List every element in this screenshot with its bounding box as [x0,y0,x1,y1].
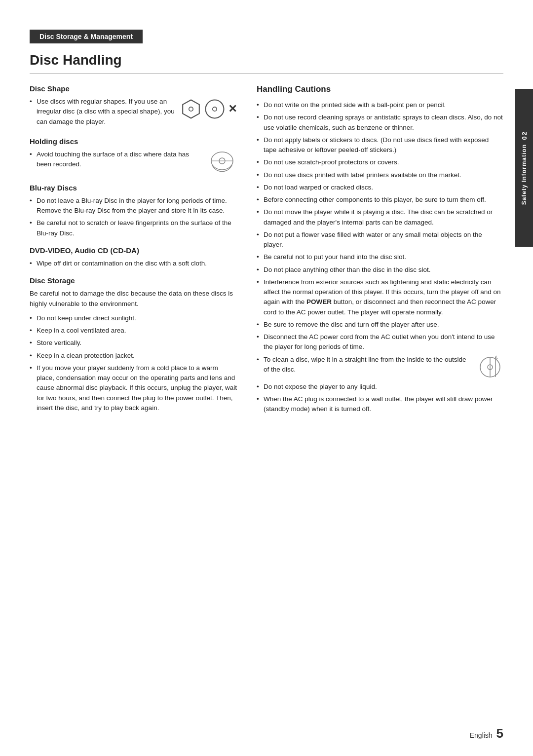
list-item: Be sure to remove the disc and turn off … [257,320,503,330]
disc-shape-heading: Disc Shape [30,84,237,93]
list-item: Do not leave a Blu-ray Disc in the playe… [30,196,237,216]
footer-page-number: 5 [496,726,503,741]
main-content: Disc Shape ✕ [30,84,503,416]
list-item: If you move your player suddenly from a … [30,363,237,413]
holding-discs-list: Avoid touching the surface of a disc whe… [30,150,237,170]
svg-line-10 [495,356,496,357]
list-item: Do not load warped or cracked discs. [257,183,503,192]
dvd-list: Wipe off dirt or contamination on the di… [30,259,237,268]
section-banner: Disc Storage & Management [30,30,143,43]
list-item: Do not expose the player to any liquid. [257,382,503,392]
list-item: Before connecting other components to th… [257,195,503,205]
list-item: Interference from exterior sources such … [257,277,503,317]
list-item: Be careful not to scratch or leave finge… [30,218,237,238]
disc-shape-list: Use discs with regular shapes. If you us… [30,97,237,127]
list-item: Do not move the player while it is playi… [257,207,503,227]
page-title: Disc Handling [30,52,503,74]
handling-cautions-list: Do not write on the printed side with a … [257,100,503,414]
right-column: Handling Cautions Do not write on the pr… [257,84,503,416]
list-item: Be careful not to put your hand into the… [257,252,503,262]
list-item: Do not use scratch-proof protectors or c… [257,157,503,167]
disc-storage-para: Be careful not to damage the disc becaus… [30,289,237,309]
bluray-heading: Blu-ray Discs [30,184,237,192]
disc-storage-list: Do not keep under direct sunlight. Keep … [30,313,237,413]
bluray-list: Do not leave a Blu-ray Disc in the playe… [30,196,237,238]
side-tab: 02 Safety Information [515,89,533,247]
list-item: Do not use record cleaning sprays or ant… [257,113,503,133]
disc-shape-section: ✕ Use discs with regular shapes. If you … [30,97,237,129]
list-item: Wipe off dirt or contamination on the di… [30,259,237,268]
holding-discs-heading: Holding discs [30,137,237,146]
left-column: Disc Shape ✕ [30,84,237,416]
holding-discs-section: Avoid touching the surface of a disc whe… [30,150,237,176]
list-item: Do not use discs printed with label prin… [257,170,503,180]
list-item: Keep in a clean protection jacket. [30,351,237,361]
side-tab-number: 02 [521,131,528,140]
footer-english-label: English [470,731,493,739]
disc-cleaning-icon [477,355,503,379]
list-item: To clean a disc, wipe it in a straight l… [257,355,503,379]
list-item: Disconnect the AC power cord from the AC… [257,332,503,352]
list-item: Do not apply labels or stickers to discs… [257,135,503,155]
list-item: Store vertically. [30,338,237,348]
list-item: Do not write on the printed side with a … [257,100,503,110]
disc-storage-heading: Disc Storage [30,276,237,285]
list-item: Do not put a flower vase filled with wat… [257,230,503,250]
list-item: Do not keep under direct sunlight. [30,313,237,323]
list-item: Avoid touching the surface of a disc whe… [30,150,237,170]
dvd-heading: DVD-VIDEO, Audio CD (CD-DA) [30,246,237,255]
list-item: Do not place anything other than the dis… [257,265,503,275]
handling-cautions-heading: Handling Cautions [257,84,503,94]
side-tab-title: Safety Information [521,144,528,205]
footer: English 5 [470,726,503,741]
list-item: Use discs with regular shapes. If you us… [30,97,237,127]
list-item: When the AC plug is connected to a wall … [257,394,503,415]
list-item: Keep in a cool ventilated area. [30,326,237,336]
